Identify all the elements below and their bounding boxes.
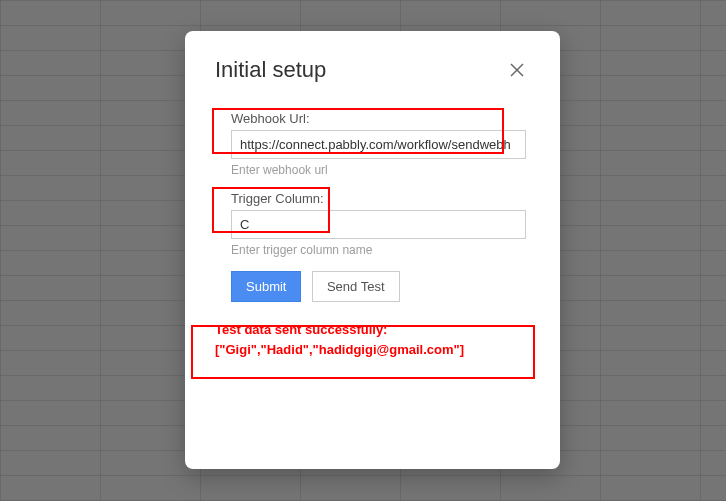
status-line-2: ["Gigi","Hadid","hadidgigi@gmail.com"] (215, 340, 530, 360)
status-line-1: Test data sent successfully: (215, 320, 530, 340)
form-body: Webhook Url: Enter webhook url Trigger C… (215, 111, 530, 302)
button-row: Submit Send Test (231, 271, 526, 302)
send-test-button[interactable]: Send Test (312, 271, 400, 302)
close-icon (510, 63, 524, 77)
trigger-column-helper: Enter trigger column name (231, 243, 526, 257)
submit-button[interactable]: Submit (231, 271, 301, 302)
webhook-url-label: Webhook Url: (231, 111, 526, 126)
webhook-url-field: Webhook Url: Enter webhook url (231, 111, 526, 177)
modal-title: Initial setup (215, 57, 326, 83)
trigger-column-input[interactable] (231, 210, 526, 239)
webhook-url-helper: Enter webhook url (231, 163, 526, 177)
trigger-column-label: Trigger Column: (231, 191, 526, 206)
status-message: Test data sent successfully: ["Gigi","Ha… (215, 320, 530, 359)
trigger-column-field: Trigger Column: Enter trigger column nam… (231, 191, 526, 257)
initial-setup-modal: Initial setup Webhook Url: Enter webhook… (185, 31, 560, 469)
webhook-url-input[interactable] (231, 130, 526, 159)
modal-header: Initial setup (215, 57, 530, 83)
close-button[interactable] (504, 57, 530, 83)
